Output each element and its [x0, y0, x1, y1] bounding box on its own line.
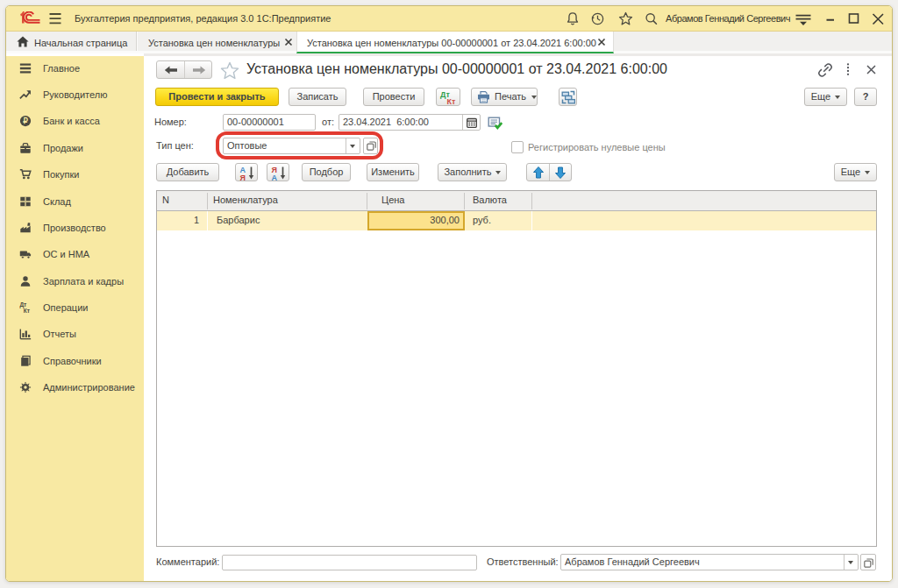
svg-text:Я: Я: [240, 174, 246, 181]
svg-text:₽: ₽: [23, 117, 28, 125]
svg-text:Кт: Кт: [24, 308, 31, 314]
svg-text:Кт: Кт: [447, 97, 456, 105]
svg-text:А: А: [272, 174, 278, 181]
